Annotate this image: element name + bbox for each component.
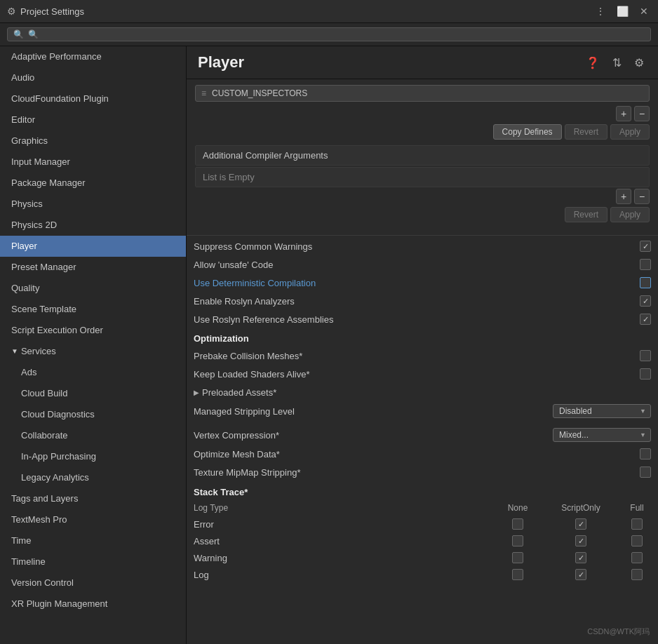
apply-button-2[interactable]: Apply: [610, 207, 650, 222]
list-empty-label: List is Empty: [203, 172, 255, 182]
additional-compiler-args-block: Additional Compiler Arguments: [195, 145, 650, 166]
stack-label-log: Log: [187, 566, 490, 583]
search-input[interactable]: [28, 29, 645, 39]
more-options-icon[interactable]: ⚙: [631, 55, 647, 71]
checkbox-script-error[interactable]: [575, 518, 586, 530]
layout-icon[interactable]: ⇅: [610, 55, 624, 71]
search-icon: 🔍: [13, 29, 24, 39]
prop-row-optimization-title: Optimization: [187, 328, 658, 347]
sidebar-item-quality[interactable]: Quality: [0, 278, 186, 299]
checkbox-roslyn-analyzers[interactable]: [640, 295, 651, 307]
checkbox-none-log[interactable]: [512, 569, 523, 580]
sidebar-item-preset-manager[interactable]: Preset Manager: [0, 257, 186, 278]
sidebar-item-audio[interactable]: Audio: [0, 67, 186, 88]
sidebar-item-cloud-diagnostics[interactable]: Cloud Diagnostics: [0, 404, 186, 425]
tag-field-value: CUSTOM_INSPECTORS: [212, 88, 643, 98]
add-compiler-arg-button[interactable]: +: [616, 189, 631, 204]
sidebar-item-version-control[interactable]: Version Control: [0, 572, 186, 593]
sidebar-item-tags-and-layers[interactable]: Tags and Layers: [0, 488, 186, 509]
sidebar-item-in-app-purchasing[interactable]: In-App Purchasing: [0, 446, 186, 467]
sidebar-item-physics[interactable]: Physics: [0, 194, 186, 215]
prop-row-preloaded-assets[interactable]: ▶ Preloaded Assets*: [187, 383, 658, 401]
plus-minus-row-2: + −: [195, 189, 650, 204]
sidebar-item-scene-template[interactable]: Scene Template: [0, 299, 186, 320]
close-icon[interactable]: ✕: [637, 4, 651, 18]
sidebar-item-player[interactable]: Player: [0, 236, 186, 257]
prop-row-keep-shaders: Keep Loaded Shaders Alive*: [187, 365, 658, 383]
sidebar-item-legacy-analytics[interactable]: Legacy Analytics: [0, 467, 186, 488]
checkbox-keep-shaders[interactable]: [640, 368, 651, 380]
remove-compiler-arg-button[interactable]: −: [634, 189, 650, 204]
checkbox-optimize-mesh[interactable]: [640, 448, 651, 459]
checkbox-deterministic[interactable]: [640, 277, 651, 288]
sidebar-item-cloud-build[interactable]: Cloud Build: [0, 383, 186, 404]
checkbox-unsafe[interactable]: [640, 259, 651, 270]
stack-label-warning: Warning: [187, 549, 490, 566]
checkbox-script-log[interactable]: [575, 569, 586, 580]
checkbox-texture-mipmap[interactable]: [640, 467, 651, 478]
checkbox-suppress[interactable]: [640, 241, 651, 252]
prop-row-optimize-mesh: Optimize Mesh Data*: [187, 445, 658, 463]
checkbox-full-assert[interactable]: [631, 535, 643, 546]
revert-button-1[interactable]: Revert: [565, 124, 607, 140]
sidebar-item-physics-2d[interactable]: Physics 2D: [0, 215, 186, 236]
add-tag-button[interactable]: +: [616, 106, 631, 121]
checkbox-full-error[interactable]: [631, 518, 643, 530]
window-title: Project Settings: [20, 6, 593, 17]
copy-defines-button[interactable]: Copy Defines: [493, 124, 562, 140]
sidebar-item-script-execution-order[interactable]: Script Execution Order: [0, 320, 186, 341]
maximize-icon[interactable]: ⬜: [614, 4, 631, 18]
prop-row-roslyn-ref: Use Roslyn Reference Assemblies: [187, 310, 658, 328]
checkbox-none-assert[interactable]: [512, 535, 523, 546]
prop-label-optimize-mesh: Optimize Mesh Data*: [194, 449, 634, 459]
checkbox-roslyn-ref[interactable]: [640, 314, 651, 325]
main-layout: Adaptive Performance Audio CloudFoundati…: [0, 46, 658, 644]
sidebar-item-editor[interactable]: Editor: [0, 109, 186, 130]
preloaded-assets-collapsible: ▶ Preloaded Assets*: [194, 387, 276, 398]
help-icon[interactable]: ❓: [583, 55, 603, 71]
stack-full-warning: [616, 549, 658, 566]
sidebar-item-graphics[interactable]: Graphics: [0, 130, 186, 152]
sidebar-services-label: Services: [21, 344, 56, 359]
divider-1: [187, 235, 658, 236]
arrow-right-icon: ▶: [194, 389, 199, 396]
sidebar-item-textmesh-pro[interactable]: TextMesh Pro: [0, 509, 186, 530]
action-buttons-row-2: Revert Apply: [195, 207, 650, 222]
sidebar-item-input-manager[interactable]: Input Manager: [0, 152, 186, 173]
preloaded-assets-label: Preloaded Assets*: [202, 387, 276, 398]
sidebar-item-adaptive-performance[interactable]: Adaptive Performance: [0, 46, 186, 67]
sidebar-item-services[interactable]: ▼ Services: [0, 341, 186, 362]
revert-button-2[interactable]: Revert: [565, 207, 607, 222]
checkbox-script-warning[interactable]: [575, 552, 586, 563]
vertex-compression-value: Mixed...: [559, 430, 589, 440]
checkbox-prebake[interactable]: [640, 350, 651, 361]
checkbox-none-error[interactable]: [512, 518, 523, 530]
prop-row-roslyn-analyzers: Enable Roslyn Analyzers: [187, 292, 658, 310]
table-row: Error: [187, 516, 658, 532]
managed-stripping-dropdown[interactable]: Disabled: [553, 404, 651, 418]
sidebar-item-collaborate[interactable]: Collaborate: [0, 425, 186, 446]
sidebar-item-time[interactable]: Time: [0, 530, 186, 551]
content-panel: Player ❓ ⇅ ⚙ ≡ CUSTOM_INSPECTORS + − Cop…: [187, 46, 658, 644]
sidebar-item-timeline[interactable]: Timeline: [0, 551, 186, 572]
checkbox-none-warning[interactable]: [512, 552, 523, 563]
checkbox-script-assert[interactable]: [575, 535, 586, 546]
col-log-type: Log Type: [187, 500, 490, 516]
sidebar-item-package-manager[interactable]: Package Manager: [0, 173, 186, 194]
checkbox-full-log[interactable]: [631, 569, 643, 580]
sidebar-item-xr-plugin-management[interactable]: XR Plugin Management: [0, 593, 186, 615]
menu-icon[interactable]: ⋮: [593, 4, 608, 18]
content-header: Player ❓ ⇅ ⚙: [187, 46, 658, 79]
vertex-compression-dropdown[interactable]: Mixed...: [553, 428, 651, 442]
apply-button-1[interactable]: Apply: [610, 124, 650, 140]
remove-tag-button[interactable]: −: [634, 106, 650, 121]
sidebar-item-ads[interactable]: Ads: [0, 362, 186, 383]
chevron-down-icon: ▼: [11, 344, 18, 359]
sidebar-item-cloudfoundation[interactable]: CloudFoundation Plugin: [0, 88, 186, 109]
checkbox-full-warning[interactable]: [631, 552, 643, 563]
col-full: Full: [616, 500, 658, 516]
optimization-title: Optimization: [194, 333, 651, 344]
custom-inspectors-section: ≡ CUSTOM_INSPECTORS + − Copy Defines Rev…: [187, 79, 658, 140]
table-row: Warning: [187, 549, 658, 566]
prop-label-deterministic[interactable]: Use Deterministic Compilation: [194, 278, 634, 288]
